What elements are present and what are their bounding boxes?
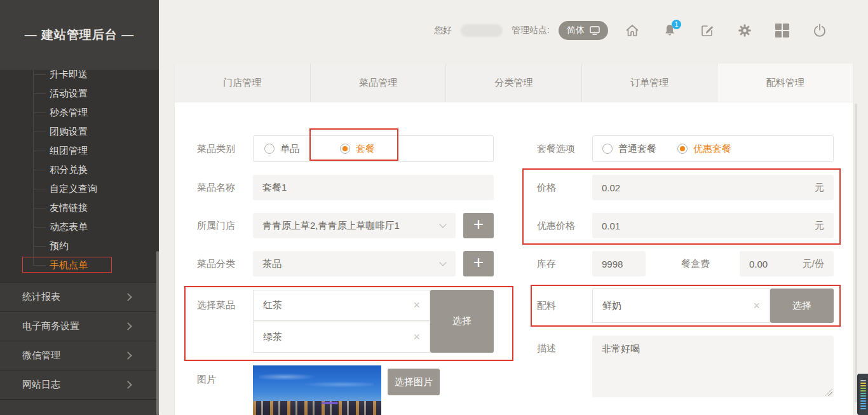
active-item-highlight-box	[22, 257, 112, 273]
browser-extension-widget[interactable]	[857, 374, 868, 415]
sidebar-section-site-logs[interactable]: 网站日志	[0, 370, 159, 399]
radio-discount-combo[interactable]: 优惠套餐	[677, 143, 731, 155]
chevron-down-icon	[439, 259, 446, 266]
sidebar-item-booking[interactable]: 预约	[50, 240, 69, 252]
dish-category-label: 菜品分类	[197, 257, 235, 270]
sidebar-item-custom-query[interactable]: 自定义查询	[50, 182, 97, 195]
sidebar-item-card-gift[interactable]: 升卡即送	[50, 68, 88, 81]
add-store-button[interactable]: +	[463, 213, 494, 238]
sidebar-header: — 建站管理后台 —	[0, 0, 159, 70]
stock-label: 库存	[537, 257, 556, 270]
notifications-bell-icon[interactable]: 1	[662, 23, 677, 38]
sidebar-item-groupbuy[interactable]: 团购设置	[50, 125, 88, 138]
power-logout-icon[interactable]	[812, 23, 827, 38]
radio-normal-combo[interactable]: 普通套餐	[602, 143, 656, 155]
sidebar-section-statistics[interactable]: 统计报表	[0, 282, 159, 311]
username-redacted	[461, 24, 503, 37]
price-label: 价格	[537, 181, 556, 194]
sidebar-item-friend-links[interactable]: 友情链接	[50, 201, 88, 214]
box-fee-label: 餐盒费	[681, 257, 710, 270]
add-category-button[interactable]: +	[463, 251, 494, 276]
dish-type-label: 菜品类别	[197, 142, 235, 155]
thumbnail-sky	[253, 365, 381, 404]
chevron-right-icon	[124, 293, 132, 301]
sidebar-section-spacer	[0, 399, 159, 415]
dish-image-thumbnail	[253, 365, 381, 415]
dish-type-radio-group: 单品 套餐	[253, 135, 494, 162]
chevron-right-icon	[124, 351, 132, 360]
discount-price-label: 优惠价格	[537, 219, 575, 232]
radio-circle-icon	[340, 144, 350, 154]
apps-grid-icon[interactable]	[775, 23, 790, 38]
thumbnail-skyline	[253, 401, 381, 415]
sidebar-item-group-manage[interactable]: 组团管理	[50, 144, 88, 157]
stock-input[interactable]: 9998	[592, 251, 646, 276]
content-panel: 门店管理 菜品管理 分类管理 订单管理 配料管理 菜品类别 单品 套餐 套餐选项…	[175, 64, 853, 415]
sidebar-item-activity-settings[interactable]: 活动设置	[50, 87, 88, 100]
discount-price-unit: 元	[815, 220, 824, 232]
remove-item-icon[interactable]: ×	[413, 299, 420, 312]
sidebar-scrollbar[interactable]	[156, 251, 159, 415]
tab-category-management[interactable]: 分类管理	[446, 64, 582, 102]
app-title: — 建站管理后台 —	[25, 27, 135, 43]
language-switch-button[interactable]: 简体	[559, 21, 608, 40]
monitor-icon	[590, 26, 600, 35]
radio-combo-dish[interactable]: 套餐	[340, 143, 375, 155]
sidebar-item-points-exchange[interactable]: 积分兑换	[50, 163, 88, 176]
chevron-down-icon	[439, 221, 446, 228]
selected-dish-item: 绿茶 ×	[253, 322, 430, 353]
sidebar-item-flashsale[interactable]: 秒杀管理	[50, 106, 88, 119]
sidebar-section-ecommerce[interactable]: 电子商务设置	[0, 311, 159, 341]
tab-dish-management[interactable]: 菜品管理	[311, 64, 447, 102]
radio-circle-icon	[677, 144, 688, 154]
dish-name-input[interactable]: 套餐1	[253, 175, 494, 200]
radio-circle-icon	[264, 144, 275, 154]
combo-option-label: 套餐选项	[537, 142, 575, 155]
home-icon[interactable]	[625, 23, 640, 38]
settings-gear-icon[interactable]	[737, 23, 752, 38]
header-icon-bar: 1	[625, 21, 827, 40]
tab-order-management[interactable]: 订单管理	[582, 64, 718, 102]
tab-store-management[interactable]: 门店管理	[175, 64, 311, 102]
radio-single-dish[interactable]: 单品	[264, 143, 299, 155]
box-fee-input[interactable]: 0.00 元/份	[740, 251, 834, 276]
sidebar-item-dynamic-forms[interactable]: 动态表单	[50, 221, 88, 233]
select-dishes-button[interactable]: 选择	[430, 290, 494, 353]
remove-item-icon[interactable]: ×	[753, 299, 760, 313]
description-textarea[interactable]: 非常好喝	[592, 336, 834, 397]
dish-category-dropdown[interactable]: 茶品	[253, 251, 456, 276]
price-unit: 元	[815, 182, 824, 194]
combo-option-radio-group: 普通套餐 优惠套餐	[592, 135, 834, 162]
store-dropdown[interactable]: 青青原上草2,青青原上草咖啡厅1	[253, 213, 456, 238]
selected-ingredient-item: 鲜奶 ×	[592, 289, 770, 323]
tab-ingredient-management[interactable]: 配料管理	[717, 64, 853, 102]
box-fee-unit: 元/份	[803, 258, 824, 270]
remove-item-icon[interactable]: ×	[413, 330, 420, 344]
discount-price-input[interactable]: 0.01 元	[592, 213, 834, 238]
sidebar-section-wechat[interactable]: 微信管理	[0, 341, 159, 370]
store-label: 所属门店	[197, 219, 235, 232]
notification-badge: 1	[672, 20, 681, 29]
menu-tree-line	[33, 66, 34, 265]
chevron-right-icon	[124, 381, 132, 389]
image-label: 图片	[197, 373, 216, 386]
selected-dish-item: 红茶 ×	[253, 290, 430, 321]
chevron-right-icon	[124, 322, 132, 330]
tab-bar: 门店管理 菜品管理 分类管理 订单管理 配料管理	[175, 64, 853, 102]
select-dishes-label: 选择菜品	[197, 299, 235, 311]
sidebar: 升卡即送 活动设置 秒杀管理 团购设置 组团管理 积分兑换 自定义查询 友情链接…	[0, 0, 159, 415]
site-label: 管理站点:	[512, 25, 550, 36]
header-user-area: 您好 管理站点: 简体	[434, 21, 608, 40]
greeting-text: 您好	[434, 25, 452, 36]
edit-icon[interactable]	[700, 23, 715, 38]
description-label: 描述	[537, 342, 556, 355]
ingredients-label: 配料	[537, 299, 556, 312]
page-scrollbar[interactable]	[855, 104, 857, 402]
select-ingredient-button[interactable]: 选择	[770, 289, 834, 323]
price-input[interactable]: 0.02 元	[592, 175, 834, 200]
radio-circle-icon	[602, 144, 613, 154]
select-image-button[interactable]: 选择图片	[388, 369, 440, 395]
dish-name-label: 菜品名称	[197, 181, 235, 194]
